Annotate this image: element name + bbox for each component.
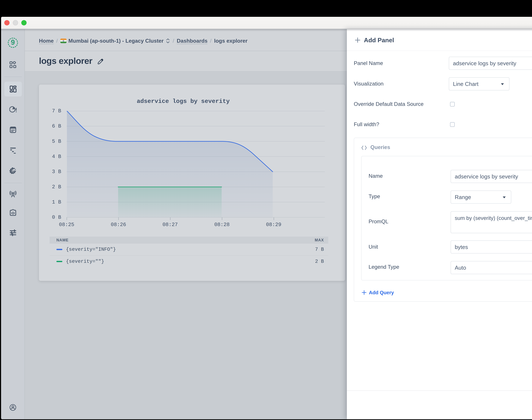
- svg-text:9: 9: [11, 38, 15, 46]
